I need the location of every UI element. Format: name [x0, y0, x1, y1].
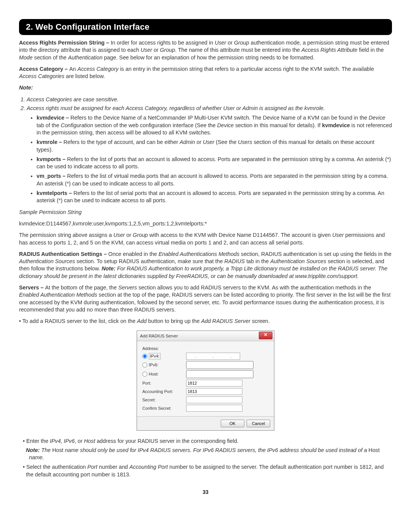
ipv6-label: IPv6:: [149, 362, 158, 368]
post-dialog-list: • Enter the IPv4, IPv6, or Host address …: [19, 438, 392, 478]
note-list: Access Categories are case sensitive. Ac…: [19, 96, 392, 112]
ipv4-label: IPv4:: [149, 353, 161, 359]
note-item-2: Access rights must be assigned for each …: [27, 105, 392, 112]
sample-string: kvmdevice:D1144567,kvmrole:user,kvmports…: [19, 220, 392, 227]
bullet-vmports: vm_ports – Refers to the list of virtual…: [37, 173, 392, 187]
label: Access Category –: [19, 66, 69, 72]
dialog-title-text: Add RADIUS Server: [140, 334, 178, 338]
ipv4-radio[interactable]: [142, 354, 147, 359]
ipv6-radio[interactable]: [142, 363, 147, 367]
confirm-input[interactable]: [186, 405, 242, 412]
host-input[interactable]: [186, 370, 253, 378]
ipv4-input[interactable]: . . .: [186, 353, 240, 360]
ok-button[interactable]: OK: [221, 420, 244, 427]
acct-port-row: Accounting Port:: [142, 388, 269, 395]
ipv6-row: IPv6:: [142, 361, 269, 369]
label: Access Rights Permission String –: [19, 40, 111, 46]
add-radius-dialog: Add RADIUS Server ✕ Address: IPv4: . . .: [137, 331, 274, 431]
close-icon[interactable]: ✕: [259, 332, 272, 339]
confirm-row: Confirm Secret:: [142, 405, 269, 412]
list-select-port: • Select the authentication Port number …: [23, 463, 392, 478]
section-header: 2. Web Configuration Interface: [19, 19, 392, 35]
bullet-kvmdevice: kvmdevice – Refers to the Device Name of…: [37, 114, 392, 136]
host-note: Note: The Host name should only be used …: [29, 447, 392, 462]
port-input[interactable]: [186, 380, 242, 387]
para-sample-explain: The permission string above assigns a Us…: [19, 232, 392, 246]
acct-port-input[interactable]: [186, 388, 242, 395]
category-list: kvmdevice – Refers to the Device Name of…: [19, 114, 392, 204]
host-radio[interactable]: [142, 372, 147, 377]
address-label: Address:: [142, 346, 269, 351]
secret-row: Secret:: [142, 396, 269, 403]
host-label: Host:: [149, 371, 159, 377]
ipv6-input[interactable]: [186, 361, 253, 369]
para-access-category: Access Category – An Access Category is …: [19, 66, 392, 80]
confirm-label: Confirm Secret:: [142, 406, 186, 411]
port-row: Port:: [142, 380, 269, 387]
bullet-kvmports: kvmports – Refers to the list of ports t…: [37, 156, 392, 171]
port-label: Port:: [142, 380, 186, 386]
dialog-titlebar: Add RADIUS Server ✕: [137, 331, 274, 341]
acct-port-label: Accounting Port:: [142, 389, 186, 395]
bullet-kvmrole: kvmrole – Refers to the type of account,…: [37, 139, 392, 153]
note-item-1: Access Categories are case sensitive.: [27, 96, 392, 103]
host-row: Host:: [142, 370, 269, 378]
dialog-figure: Add RADIUS Server ✕ Address: IPv4: . . .: [19, 331, 392, 431]
dialog-body: Address: IPv4: . . . IPv6:: [137, 341, 274, 417]
para-access-rights: Access Rights Permission String – In ord…: [19, 39, 392, 61]
ipv4-row: IPv4: . . .: [142, 353, 269, 360]
secret-input[interactable]: [186, 396, 242, 403]
page-number: 33: [19, 489, 392, 495]
document-body: Access Rights Permission String – In ord…: [19, 39, 392, 478]
para-radius: RADIUS Authentication Settings – Once en…: [19, 251, 392, 280]
sample-heading: Sample Permission String: [19, 209, 392, 216]
para-add-server: • To add a RADIUS server to the list, cl…: [19, 318, 392, 325]
para-servers: Servers – At the bottom of the page, the…: [19, 284, 392, 313]
list-enter-address: • Enter the IPv4, IPv6, or Host address …: [23, 438, 392, 461]
cancel-button[interactable]: Cancel: [247, 420, 270, 427]
dialog-footer: OK Cancel: [137, 416, 274, 430]
note-heading: Note:: [19, 84, 392, 91]
bullet-kvmtelports: kvmtelports – Refers to the list of seri…: [37, 190, 392, 204]
secret-label: Secret:: [142, 397, 186, 403]
